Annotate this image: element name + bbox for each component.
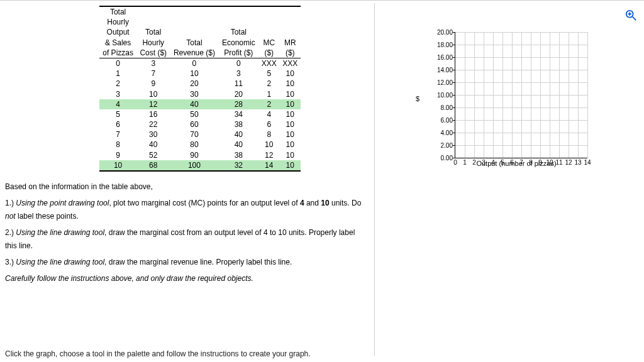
table-cell: 12 (258, 150, 279, 160)
table-cell: 16 (136, 109, 170, 119)
table-cell: 10 (136, 89, 170, 99)
table-cell: 10 (279, 150, 301, 160)
table-cell: 2 (258, 79, 279, 89)
chart-grid[interactable]: 0.002.004.006.008.0010.0012.0014.0016.00… (455, 32, 587, 158)
x-tick-label: 4 (491, 158, 495, 166)
table-cell: 10 (279, 129, 301, 140)
table-cell: 9 (99, 150, 136, 160)
magnify-icon[interactable] (625, 9, 636, 21)
table-cell: 22 (136, 119, 170, 129)
y-tick-label: 8.00 (441, 104, 455, 111)
y-tick-label: 6.00 (441, 117, 455, 124)
table-cell: 40 (219, 140, 258, 150)
table-cell: 90 (170, 150, 218, 160)
table-cell: 10 (279, 79, 301, 89)
table-cell: 38 (219, 150, 258, 160)
table-row: 17103510 (99, 69, 301, 79)
table-cell: 20 (170, 79, 218, 89)
table-cell: 10 (170, 69, 218, 79)
y-tick-label: 14.00 (437, 67, 455, 74)
table-row: 5165034410 (99, 109, 301, 119)
table-cell: 12 (136, 99, 170, 109)
x-axis-label: Output (number of pizzas) (435, 160, 598, 167)
chart[interactable]: $ 0.002.004.006.008.0010.0012.0014.0016.… (435, 32, 598, 167)
table-row: 4124028210 (99, 99, 301, 109)
x-tick-label: 11 (555, 158, 562, 166)
x-tick-label: 7 (519, 158, 523, 166)
table-cell: 3 (99, 89, 136, 99)
table-cell: 20 (219, 89, 258, 99)
table-cell: 3 (219, 69, 258, 79)
table-cell: XXX (258, 58, 279, 69)
data-table-wrap: TotalHourlyOutput& Salesof Pizzas TotalH… (99, 6, 301, 172)
table-cell: 30 (170, 89, 218, 99)
table-cell: 40 (170, 99, 218, 109)
table-cell: 10 (279, 140, 301, 150)
col-profit: TotalEconomicProfit ($) (219, 6, 258, 58)
page: TotalHourlyOutput& Salesof Pizzas TotalH… (0, 0, 644, 362)
y-tick-label: 20.00 (437, 29, 455, 36)
instr-2: 2.) Using the line drawing tool, draw th… (5, 226, 363, 252)
table-cell: 60 (170, 119, 218, 129)
table-row: 6226038610 (99, 119, 301, 129)
table-cell: 6 (258, 119, 279, 129)
x-tick-label: 10 (546, 158, 553, 166)
table-cell: 10 (279, 99, 301, 109)
col-mr: MR($) (279, 6, 301, 58)
table-cell: 5 (258, 69, 279, 79)
table-cell: 10 (279, 69, 301, 79)
table-cell: 1 (99, 69, 136, 79)
table-cell: 80 (170, 140, 218, 150)
svg-line-1 (633, 17, 636, 20)
table-cell: 68 (136, 160, 170, 171)
table-cell: 32 (219, 160, 258, 171)
table-cell: 38 (219, 119, 258, 129)
table-row: 7307040810 (99, 129, 301, 140)
table-cell: 28 (219, 99, 258, 109)
instr-1: 1.) Using the point drawing tool, plot t… (5, 197, 363, 222)
table-cell: 14 (258, 160, 279, 171)
x-tick-label: 2 (472, 158, 476, 166)
table-cell: 10 (258, 140, 279, 150)
table-cell: 2 (258, 99, 279, 109)
table-cell: 10 (279, 89, 301, 99)
x-tick-label: 9 (538, 158, 542, 166)
table-cell: 7 (136, 69, 170, 79)
x-tick-label: 12 (565, 158, 572, 166)
instr-intro: Based on the information in the table ab… (5, 180, 363, 193)
table-row: 3103020110 (99, 89, 301, 99)
x-tick-label: 0 (453, 158, 457, 166)
table-cell: 6 (99, 119, 136, 129)
bottom-hint: Click the graph, choose a tool in the pa… (5, 349, 311, 358)
table-row: 0300XXXXXX (99, 58, 301, 69)
table-cell: 0 (99, 58, 136, 69)
x-tick-label: 5 (501, 158, 504, 166)
y-tick-label: 10.00 (437, 92, 455, 99)
y-tick-label: 2.00 (441, 142, 455, 149)
instr-4: Carefully follow the instructions above,… (5, 272, 363, 285)
x-tick-label: 6 (510, 158, 514, 166)
data-table: TotalHourlyOutput& Salesof Pizzas TotalH… (99, 6, 301, 172)
table-cell: 7 (99, 129, 136, 140)
y-tick-label: 18.00 (437, 41, 455, 48)
table-cell: 40 (219, 129, 258, 140)
table-cell: 4 (99, 99, 136, 109)
col-mc: MC($) (258, 6, 279, 58)
table-cell: 10 (279, 109, 301, 119)
table-cell: 10 (279, 160, 301, 171)
x-tick-label: 8 (529, 158, 533, 166)
table-cell: 50 (170, 109, 218, 119)
col-cost: TotalHourlyCost ($) (136, 6, 170, 58)
table-cell: 30 (136, 129, 170, 140)
y-tick-label: 4.00 (441, 129, 455, 136)
col-output: TotalHourlyOutput& Salesof Pizzas (99, 6, 136, 58)
table-cell: 11 (219, 79, 258, 89)
y-tick-label: 12.00 (437, 79, 455, 86)
table-cell: 70 (170, 129, 218, 140)
table-row: 1068100321410 (99, 160, 301, 171)
x-tick-label: 3 (482, 158, 486, 166)
table-cell: 1 (258, 89, 279, 99)
table-cell: 0 (170, 58, 218, 69)
table-cell: XXX (279, 58, 301, 69)
left-pane: TotalHourlyOutput& Salesof Pizzas TotalH… (0, 1, 374, 362)
